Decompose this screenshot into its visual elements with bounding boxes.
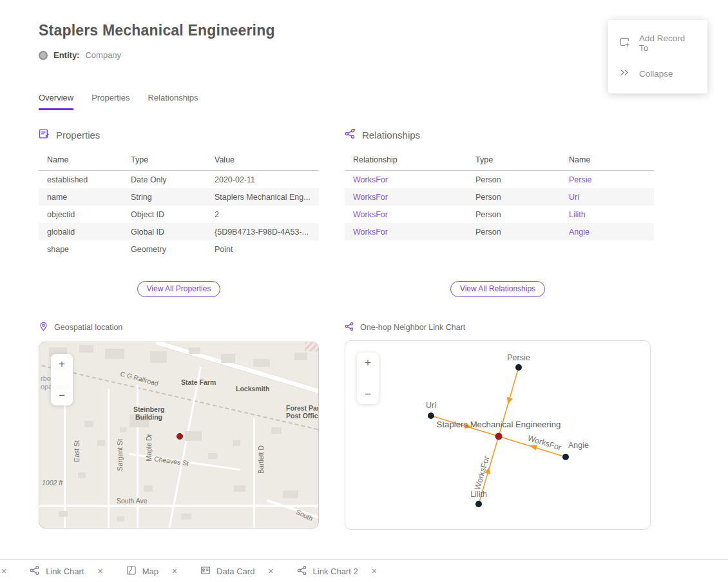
rel-type: Person: [467, 171, 560, 189]
map-label-forest-park: Forest Par: [286, 404, 319, 412]
map-pin-icon: [39, 322, 48, 333]
node-uri[interactable]: [428, 412, 434, 419]
rel-type: Person: [467, 206, 560, 223]
entity-link[interactable]: Lilith: [569, 210, 586, 219]
prop-value: {5D9B4713-F98D-4A53-...: [206, 223, 319, 240]
view-all-properties-button[interactable]: View All Properties: [137, 281, 221, 297]
node-persie[interactable]: [515, 364, 522, 371]
view-tab-label: Link Chart: [46, 567, 84, 576]
prop-name: globalid: [39, 223, 122, 240]
prop-value: 2020-02-11: [206, 171, 319, 189]
map-building: [79, 345, 93, 353]
zoom-out-button[interactable]: −: [357, 384, 379, 404]
properties-table: Name Type Value established Date Only 20…: [39, 151, 319, 258]
map-building: [150, 351, 167, 363]
close-icon[interactable]: ×: [1, 566, 6, 576]
data-card-icon: [200, 565, 211, 577]
link-chart-icon: [30, 565, 40, 577]
map-label-east-st: East St: [73, 440, 81, 462]
chart-zoom-control: + −: [357, 353, 379, 404]
close-icon[interactable]: ×: [172, 566, 177, 576]
link-chart-icon: [345, 322, 354, 333]
map-label-sargent-st: Sargent St: [116, 439, 124, 471]
prop-type: Geometry: [122, 240, 206, 258]
close-icon[interactable]: ×: [97, 566, 102, 576]
tab-overview[interactable]: Overview: [39, 93, 73, 110]
edge-label-worksfor: WorksFor: [526, 434, 562, 452]
map-view[interactable]: rbour opaedics C G Railroad State Farm L…: [39, 342, 319, 529]
map-building: [221, 354, 235, 363]
node-center-staplers[interactable]: [495, 433, 503, 440]
prop-type: Global ID: [122, 223, 206, 240]
geospatial-title: Geospatial location: [54, 323, 122, 332]
map-label-bartlett-dr: Bartlett D: [257, 445, 265, 474]
relationship-link[interactable]: WorksFor: [353, 175, 388, 184]
map-scale-label: 1002 ft: [42, 479, 62, 487]
properties-header: Properties: [39, 128, 319, 141]
relationship-link[interactable]: WorksFor: [353, 193, 388, 202]
col-header-relationship: Relationship: [345, 151, 467, 171]
map-building: [233, 440, 240, 446]
menu-item-collapse[interactable]: Collapse: [608, 60, 707, 87]
link-chart-icon: [297, 565, 307, 577]
map-building: [84, 421, 93, 427]
add-record-icon: [619, 37, 630, 50]
relationship-link[interactable]: WorksFor: [353, 210, 388, 219]
map-label-forest-park: Post Offic: [286, 412, 318, 420]
page-title: Staplers Mechanical Engineering: [39, 22, 275, 39]
close-icon[interactable]: ×: [372, 566, 377, 576]
map-road: [64, 397, 66, 529]
node-label: Uri: [426, 401, 436, 410]
node-label: Persie: [507, 353, 530, 362]
close-icon[interactable]: ×: [268, 566, 273, 576]
entity-link[interactable]: Angie: [569, 228, 589, 237]
node-lilith[interactable]: [475, 501, 482, 507]
prop-value: Staplers Mechanical Eng...: [206, 188, 319, 206]
map-building: [271, 427, 282, 434]
view-all-relationships-button[interactable]: View All Relationships: [450, 281, 545, 297]
view-tab-link-chart-2[interactable]: Link Chart 2 ×: [297, 565, 377, 577]
zoom-out-button[interactable]: −: [51, 385, 73, 405]
link-chart-title: One-hop Neighbor Link Chart: [360, 323, 465, 332]
menu-item-add-record-to[interactable]: Add Record To: [608, 26, 707, 60]
map-label-locksmith: Locksmith: [236, 385, 270, 393]
prop-value: Point: [206, 240, 319, 258]
map-building: [189, 347, 200, 354]
col-header-type: Type: [122, 151, 206, 171]
tab-relationships[interactable]: Relationships: [148, 93, 198, 110]
view-tab-data-card[interactable]: Data Card ×: [200, 565, 273, 577]
table-row: objectid Object ID 2: [39, 206, 319, 223]
map-building: [234, 485, 245, 492]
relationship-link[interactable]: WorksFor: [353, 228, 388, 237]
relationships-title: Relationships: [362, 130, 420, 141]
view-tab-link-chart[interactable]: Link Chart ×: [30, 565, 102, 577]
map-hatched-area: [305, 342, 319, 351]
map-label-state-farm: State Farm: [181, 378, 216, 386]
node-angie[interactable]: [562, 454, 569, 460]
entity-link[interactable]: Persie: [569, 175, 591, 184]
view-tab-label: Map: [142, 567, 158, 576]
prop-name: shape: [39, 240, 122, 258]
zoom-in-button[interactable]: +: [51, 354, 73, 374]
map-building: [97, 440, 105, 446]
entity-link[interactable]: Uri: [569, 193, 579, 202]
link-chart-header: One-hop Neighbor Link Chart: [345, 322, 465, 333]
view-tab-map[interactable]: Map ×: [126, 565, 177, 577]
zoom-in-button[interactable]: +: [357, 353, 379, 373]
relationships-table: Relationship Type Name WorksFor Person P…: [345, 151, 654, 240]
table-row: WorksFor Person Persie: [345, 171, 654, 189]
map-building: [120, 427, 126, 432]
entity-label: Entity:: [53, 50, 79, 60]
tab-properties[interactable]: Properties: [91, 93, 129, 110]
entity-value: Company: [85, 50, 121, 60]
map-building: [78, 472, 86, 478]
collapse-icon: [619, 67, 630, 80]
map-label-steinberg: Steinberg: [133, 405, 164, 413]
col-header-value: Value: [206, 151, 319, 171]
relationships-header: Relationships: [345, 128, 654, 141]
map-building: [294, 353, 307, 360]
map-road: [108, 389, 110, 529]
map-location-marker[interactable]: [177, 433, 183, 440]
geospatial-header: Geospatial location: [39, 322, 122, 333]
link-chart-view[interactable]: WorksFor WorksFor Persie Uri Angie Lilit…: [345, 340, 651, 530]
